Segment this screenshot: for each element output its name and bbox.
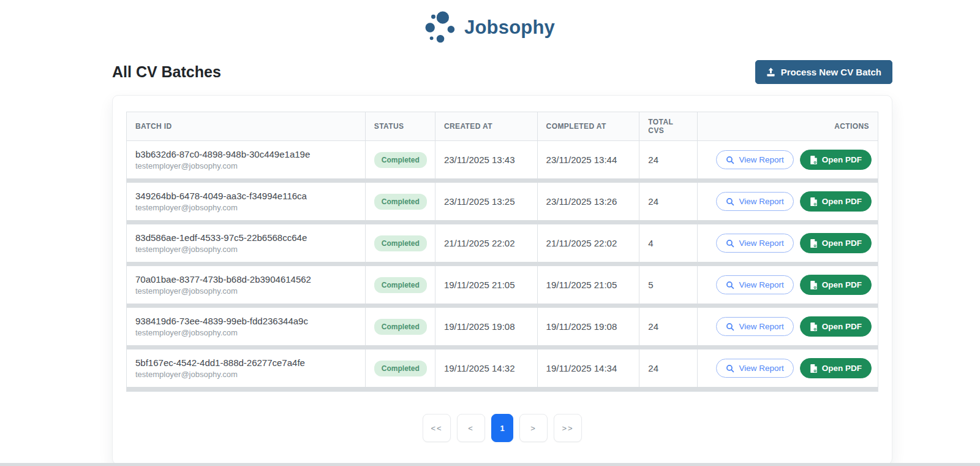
completed-at-cell: 23/11/2025 13:26: [538, 183, 640, 220]
search-icon: [726, 156, 734, 164]
batch-id-cell: 349264bb-6478-4049-aa3c-f34994e116ca tes…: [127, 183, 366, 220]
pagination-page-1-button[interactable]: 1: [491, 414, 513, 442]
view-report-button[interactable]: View Report: [716, 150, 793, 169]
pagination: << < 1 > >>: [126, 414, 878, 442]
batch-owner-email: testemployer@jobsophy.com: [135, 161, 238, 170]
table-row: 938419d6-73ee-4839-99eb-fdd236344a9c tes…: [127, 308, 878, 345]
batch-id-cell: 70a01bae-8377-473b-b68d-2b3904614562 tes…: [127, 266, 366, 304]
view-report-button[interactable]: View Report: [716, 359, 793, 378]
pagination-last-button[interactable]: >>: [554, 414, 582, 442]
actions-cell: View Report Open PDF: [698, 350, 878, 387]
completed-at-cell: 19/11/2025 21:05: [538, 266, 640, 304]
view-report-label: View Report: [739, 280, 783, 289]
batch-id-text: 349264bb-6478-4049-aa3c-f34994e116ca: [135, 191, 307, 201]
status-badge: Completed: [374, 319, 427, 335]
total-cvs-text: 5: [648, 280, 653, 290]
search-icon: [726, 281, 734, 289]
batch-id-text: 83d586ae-1edf-4533-97c5-22b6568cc64e: [135, 232, 307, 243]
total-cvs-cell: 24: [639, 350, 697, 387]
created-at-cell: 19/11/2025 21:05: [435, 266, 538, 304]
actions-cell: View Report Open PDF: [698, 224, 878, 262]
view-report-label: View Report: [739, 322, 783, 331]
status-cell: Completed: [366, 266, 435, 304]
pdf-file-icon: [810, 156, 818, 164]
process-new-cv-batch-button[interactable]: Process New CV Batch: [755, 60, 892, 84]
process-button-label: Process New CV Batch: [781, 67, 881, 77]
open-pdf-button[interactable]: Open PDF: [800, 275, 872, 295]
open-pdf-button[interactable]: Open PDF: [800, 150, 872, 170]
view-report-button[interactable]: View Report: [716, 275, 793, 294]
completed-at-cell: 19/11/2025 14:34: [538, 350, 640, 387]
status-badge: Completed: [374, 152, 427, 168]
brand-logo: Jobsophy: [425, 10, 555, 45]
open-pdf-label: Open PDF: [822, 197, 862, 206]
created-at-text: 21/11/2025 22:02: [444, 238, 515, 248]
total-cvs-cell: 5: [639, 266, 697, 304]
completed-at-cell: 23/11/2025 13:44: [538, 141, 640, 178]
completed-at-text: 23/11/2025 13:44: [546, 155, 617, 165]
batch-id-cell: 5bf167ec-4542-4dd1-888d-26277ce7a4fe tes…: [127, 350, 366, 387]
batch-owner-email: testemployer@jobsophy.com: [135, 203, 238, 212]
total-cvs-text: 24: [648, 363, 658, 373]
open-pdf-label: Open PDF: [822, 239, 862, 248]
batch-id-cell: 83d586ae-1edf-4533-97c5-22b6568cc64e tes…: [127, 224, 366, 262]
view-report-button[interactable]: View Report: [716, 317, 793, 336]
completed-at-text: 19/11/2025 14:34: [546, 363, 617, 373]
pdf-file-icon: [810, 281, 818, 289]
view-report-button[interactable]: View Report: [716, 192, 793, 211]
open-pdf-label: Open PDF: [822, 280, 862, 289]
created-at-text: 23/11/2025 13:43: [444, 155, 515, 165]
open-pdf-button[interactable]: Open PDF: [800, 191, 872, 212]
open-pdf-button[interactable]: Open PDF: [800, 358, 872, 378]
pdf-file-icon: [810, 239, 818, 248]
open-pdf-label: Open PDF: [822, 155, 862, 164]
brand-header: Jobsophy: [0, 0, 980, 45]
pagination-prev-button[interactable]: <: [457, 414, 485, 442]
page-title: All CV Batches: [112, 63, 221, 81]
search-icon: [726, 197, 734, 206]
open-pdf-button[interactable]: Open PDF: [800, 233, 872, 253]
batch-owner-email: testemployer@jobsophy.com: [135, 370, 238, 379]
header-actions: ACTIONS: [698, 112, 878, 140]
completed-at-text: 23/11/2025 13:26: [546, 196, 617, 207]
table-row: 70a01bae-8377-473b-b68d-2b3904614562 tes…: [127, 266, 878, 304]
total-cvs-text: 24: [648, 321, 658, 332]
view-report-label: View Report: [739, 239, 783, 248]
created-at-cell: 23/11/2025 13:43: [435, 141, 538, 178]
created-at-cell: 21/11/2025 22:02: [435, 224, 538, 262]
pagination-next-button[interactable]: >: [519, 414, 548, 442]
view-report-button[interactable]: View Report: [716, 234, 793, 253]
status-badge: Completed: [374, 194, 427, 210]
table-row: b3b632d6-87c0-4898-948b-30c449e1a19e tes…: [127, 141, 878, 178]
search-icon: [726, 323, 734, 331]
table-row: 83d586ae-1edf-4533-97c5-22b6568cc64e tes…: [127, 224, 878, 262]
title-row: All CV Batches Process New CV Batch: [112, 60, 892, 84]
table-body: b3b632d6-87c0-4898-948b-30c449e1a19e tes…: [127, 141, 878, 387]
completed-at-text: 19/11/2025 21:05: [546, 280, 617, 290]
status-cell: Completed: [366, 183, 435, 220]
search-icon: [726, 364, 734, 373]
pagination-first-button[interactable]: <<: [423, 414, 451, 442]
completed-at-text: 19/11/2025 19:08: [546, 321, 617, 332]
header-completed-at: COMPLETED AT: [538, 112, 640, 140]
open-pdf-label: Open PDF: [822, 364, 862, 373]
search-icon: [726, 239, 734, 248]
batch-id-cell: b3b632d6-87c0-4898-948b-30c449e1a19e tes…: [127, 141, 366, 178]
brand-name: Jobsophy: [464, 17, 555, 39]
total-cvs-text: 24: [648, 155, 658, 165]
total-cvs-cell: 24: [639, 308, 697, 345]
header-created-at: CREATED AT: [435, 112, 538, 140]
created-at-cell: 23/11/2025 13:25: [435, 183, 538, 220]
open-pdf-button[interactable]: Open PDF: [800, 316, 872, 337]
completed-at-text: 21/11/2025 22:02: [546, 238, 617, 248]
page-bottom-strip: [0, 463, 980, 466]
batches-card: BATCH ID STATUS CREATED AT COMPLETED AT …: [112, 95, 892, 465]
status-cell: Completed: [366, 350, 435, 387]
created-at-text: 23/11/2025 13:25: [444, 196, 515, 207]
status-cell: Completed: [366, 308, 435, 345]
batch-owner-email: testemployer@jobsophy.com: [135, 328, 238, 337]
upload-icon: [766, 67, 775, 77]
table-row: 349264bb-6478-4049-aa3c-f34994e116ca tes…: [127, 183, 878, 220]
batch-owner-email: testemployer@jobsophy.com: [135, 245, 238, 254]
status-cell: Completed: [366, 224, 435, 262]
